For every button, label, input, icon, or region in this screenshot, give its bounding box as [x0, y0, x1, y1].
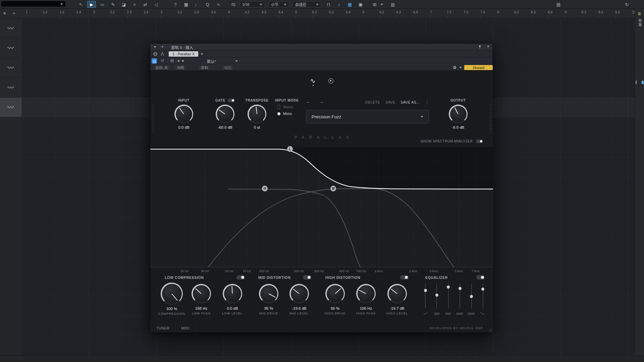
- resize-handle[interactable]: [487, 327, 492, 331]
- mid-drive-knob[interactable]: [259, 284, 278, 303]
- crossover-graph[interactable]: L H M: [150, 146, 493, 267]
- loop-icon[interactable]: ↺: [160, 58, 165, 63]
- mid-level-knob[interactable]: [289, 284, 309, 303]
- track-row-1[interactable]: [0, 18, 21, 38]
- low-compression-toggle[interactable]: [236, 275, 245, 280]
- high-band-node[interactable]: H: [262, 186, 268, 191]
- close-icon[interactable]: ×: [487, 44, 489, 49]
- insert-slot-button[interactable]: 1 - Parallax X: [169, 51, 198, 57]
- input-knob[interactable]: [174, 105, 193, 123]
- quantize-icon-0[interactable]: ▦: [182, 1, 191, 8]
- quantize-icon-3[interactable]: ∿: [214, 1, 223, 8]
- eq-slider-3[interactable]: [448, 284, 449, 308]
- routing-icon[interactable]: [160, 52, 165, 56]
- mid-distortion-toggle[interactable]: [303, 275, 311, 280]
- eq-slider-handle[interactable]: [435, 294, 438, 297]
- daw-preset-name[interactable]: 默认*: [191, 59, 232, 64]
- gear-icon[interactable]: [452, 65, 457, 70]
- pin-icon[interactable]: [478, 45, 482, 49]
- track-row-4[interactable]: [0, 78, 21, 98]
- chevron-down-icon[interactable]: [459, 67, 462, 68]
- globe-icon[interactable]: [153, 52, 158, 56]
- copy-button[interactable]: 复制: [198, 65, 211, 70]
- chevron-down-icon[interactable]: [380, 4, 383, 5]
- grid-icon[interactable]: ⊞: [370, 1, 379, 8]
- track-row-5[interactable]: [0, 98, 21, 117]
- add-insert-icon[interactable]: +: [161, 44, 164, 49]
- gate-toggle[interactable]: [228, 99, 235, 102]
- output-knob[interactable]: [449, 105, 468, 123]
- input-mode-mono[interactable]: Mono: [277, 112, 305, 116]
- add-track-icon[interactable]: +: [13, 11, 15, 16]
- high-distortion-toggle[interactable]: [400, 275, 409, 280]
- performance-widget[interactable]: [1, 1, 66, 7]
- eq-slider-6[interactable]: [483, 284, 483, 308]
- view-icon-1[interactable]: ♪: [335, 1, 343, 8]
- prev-preset-icon[interactable]: ◀: [177, 59, 179, 62]
- scrollbar-thumb[interactable]: [636, 81, 637, 84]
- track-row-3[interactable]: [0, 58, 21, 78]
- quantize-icon-1[interactable]: ♩: [193, 1, 201, 8]
- eq-slider-handle[interactable]: [481, 288, 484, 291]
- plugin-preset-select[interactable]: Precision Fuzz: [306, 110, 429, 123]
- back-arrow-icon[interactable]: ←: [306, 99, 311, 104]
- eq-slider-handle[interactable]: [459, 287, 462, 290]
- timebase-select[interactable]: 小节: [268, 1, 289, 7]
- low-pass-knob[interactable]: [192, 284, 211, 303]
- view-icon-3[interactable]: ▣: [356, 1, 365, 8]
- high-drive-knob[interactable]: [325, 284, 345, 303]
- tuner-button[interactable]: TUNER: [151, 326, 175, 330]
- midi-button[interactable]: MIDI: [175, 326, 195, 330]
- snap-select[interactable]: 自适应: [292, 1, 321, 7]
- delete-preset-button[interactable]: DELETE: [365, 100, 380, 104]
- chevron-down-icon[interactable]: [154, 46, 156, 48]
- chevron-down-icon[interactable]: [201, 53, 203, 55]
- forward-arrow-icon[interactable]: →: [319, 99, 324, 104]
- compression-knob[interactable]: [161, 283, 183, 305]
- eq-slider-4[interactable]: [460, 284, 460, 308]
- mixer-icon[interactable]: ▤: [554, 1, 563, 8]
- compare-button[interactable]: 对照: [174, 65, 186, 70]
- eq-slider-handle[interactable]: [470, 295, 473, 298]
- high-pass-knob[interactable]: [356, 284, 376, 303]
- tool-icon-3[interactable]: ✎: [109, 1, 117, 8]
- tool-icon-0[interactable]: ↖: [76, 1, 85, 8]
- paste-button[interactable]: 粘贴: [222, 65, 234, 70]
- tool-icon-6[interactable]: ⇄: [141, 1, 150, 8]
- chevron-down-icon[interactable]: [235, 60, 238, 62]
- transpose-knob[interactable]: [248, 105, 266, 123]
- list-icon[interactable]: ≣: [638, 11, 641, 16]
- eq-slider-handle[interactable]: [447, 286, 450, 289]
- eq-slider-2[interactable]: [436, 284, 437, 308]
- tool-icon-5[interactable]: ×: [130, 1, 139, 8]
- next-preset-icon[interactable]: ▶: [182, 59, 184, 62]
- save-preset-button[interactable]: SAVE: [385, 100, 395, 104]
- fx-tab[interactable]: 效果: [637, 19, 642, 27]
- tool-icon-7[interactable]: ◁: [152, 1, 160, 8]
- quantize-icon-2[interactable]: Q: [203, 1, 212, 8]
- input-mode-stereo[interactable]: Stereo: [277, 105, 305, 109]
- gate-knob[interactable]: [216, 105, 234, 123]
- high-level-knob[interactable]: [387, 284, 407, 303]
- refresh-icon[interactable]: ↻: [623, 1, 631, 8]
- track-row-2[interactable]: [0, 38, 21, 58]
- panel-icon[interactable]: ▥: [388, 1, 397, 8]
- tool-icon-4[interactable]: ◪: [119, 1, 128, 8]
- spectrum-toggle[interactable]: [476, 139, 483, 143]
- eq-slider-handle[interactable]: [424, 289, 427, 292]
- view-icon-0[interactable]: ⊓: [324, 1, 333, 8]
- preset-list-icon[interactable]: ▤: [170, 58, 174, 63]
- timeline-ruler[interactable]: 11.21.31.422.22.32.433.23.33.444.24.34.4…: [21, 9, 635, 18]
- mid-band-node[interactable]: M: [330, 186, 336, 191]
- kebab-menu-icon[interactable]: ⋮: [425, 100, 430, 105]
- quantize-select[interactable]: 1/16: [239, 1, 265, 7]
- automation-button[interactable]: 自动: 关: [153, 65, 170, 70]
- tool-icon-1[interactable]: ▶: [87, 1, 96, 8]
- view-icon-2[interactable]: ▦: [345, 1, 354, 8]
- eq-slider-5[interactable]: [471, 284, 472, 308]
- equalizer-toggle[interactable]: [476, 275, 485, 280]
- menu-icon[interactable]: ≡: [3, 11, 6, 16]
- bypass-power-button[interactable]: [152, 58, 157, 64]
- xboard-button[interactable]: Xboard: [464, 65, 493, 70]
- low-band-node[interactable]: L: [287, 146, 293, 152]
